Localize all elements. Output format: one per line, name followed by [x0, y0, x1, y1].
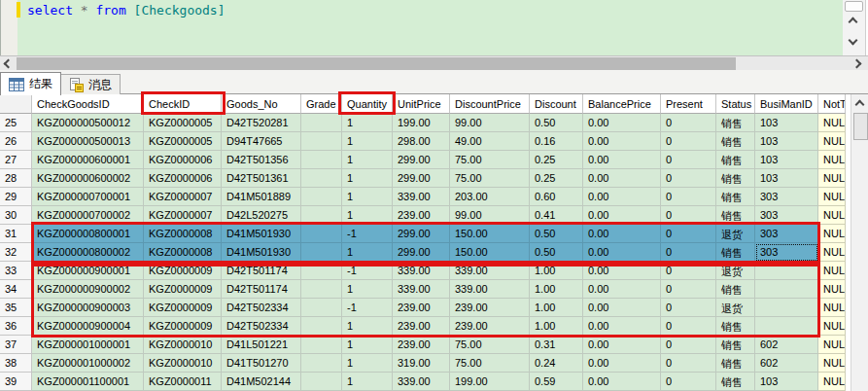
cell-checkgoodsid[interactable]: KGZ000000900003: [32, 299, 144, 317]
cell-checkid[interactable]: KGZ0000009: [144, 317, 222, 336]
cell-checkgoodsid[interactable]: KGZ000000900001: [32, 262, 144, 280]
cell-quantity[interactable]: 1: [342, 114, 393, 132]
cell-quantity[interactable]: 1: [342, 317, 393, 336]
cell-status[interactable]: 销售: [716, 206, 755, 225]
row-number[interactable]: 25: [0, 114, 32, 132]
cell-discount[interactable]: 0.50: [530, 114, 583, 132]
cell-status[interactable]: 销售: [716, 336, 755, 354]
scrollbar-thumb[interactable]: [853, 113, 868, 140]
cell-grade[interactable]: [301, 354, 342, 373]
column-header-busimanid[interactable]: BusiManID: [755, 94, 818, 114]
column-header-discountprice[interactable]: DiscountPrice: [450, 94, 530, 114]
cell-discountprice[interactable]: 199.00: [450, 373, 530, 391]
cell-present[interactable]: 0: [661, 354, 716, 373]
cell-status[interactable]: 销售: [716, 151, 755, 169]
cell-checkgoodsid[interactable]: KGZ000000900004: [32, 317, 144, 336]
row-number[interactable]: 37: [0, 336, 32, 354]
cell-balanceprice[interactable]: 0.00: [583, 336, 661, 354]
cell-status[interactable]: 退货: [716, 299, 755, 317]
cell-grade[interactable]: [301, 114, 342, 132]
cell-status[interactable]: 销售: [716, 114, 755, 132]
column-header-status[interactable]: Status: [716, 94, 755, 114]
cell-nott[interactable]: NULL: [818, 132, 846, 151]
row-number[interactable]: 36: [0, 317, 32, 336]
cell-quantity[interactable]: 1: [342, 151, 393, 169]
cell-nott[interactable]: NULL: [818, 206, 846, 225]
scroll-right-icon[interactable]: [852, 59, 862, 69]
cell-goods_no[interactable]: D42T501356: [222, 151, 301, 169]
scroll-left-icon[interactable]: [4, 59, 14, 69]
cell-present[interactable]: 0: [661, 262, 716, 280]
cell-busimanid[interactable]: 103: [755, 151, 818, 169]
column-header-goods_no[interactable]: Goods_No: [222, 94, 301, 114]
cell-busimanid[interactable]: 303: [755, 206, 818, 225]
cell-goods_no[interactable]: D42L520275: [222, 206, 301, 225]
cell-quantity[interactable]: 1: [342, 354, 393, 373]
cell-discountprice[interactable]: 75.00: [450, 151, 530, 169]
cell-checkid[interactable]: KGZ0000011: [144, 373, 222, 391]
editor-vertical-scrollbar[interactable]: [843, 0, 866, 55]
cell-nott[interactable]: NULL: [818, 317, 846, 336]
cell-unitprice[interactable]: 199.00: [393, 114, 450, 132]
cell-busimanid[interactable]: [755, 262, 818, 280]
cell-unitprice[interactable]: 339.00: [393, 373, 450, 391]
cell-discountprice[interactable]: 239.00: [450, 299, 530, 317]
cell-unitprice[interactable]: 299.00: [393, 225, 450, 243]
cell-unitprice[interactable]: 299.00: [393, 169, 450, 188]
grid-vertical-scrollbar[interactable]: [851, 94, 868, 391]
cell-goods_no[interactable]: D42T501174: [222, 262, 301, 280]
column-header-present[interactable]: Present: [661, 94, 716, 114]
cell-goods_no[interactable]: D42T520281: [222, 114, 301, 132]
cell-unitprice[interactable]: 239.00: [393, 299, 450, 317]
cell-status[interactable]: 退货: [716, 262, 755, 280]
cell-busimanid[interactable]: 602: [755, 336, 818, 354]
cell-goods_no[interactable]: D42T502334: [222, 317, 301, 336]
cell-quantity[interactable]: -1: [342, 262, 393, 280]
cell-goods_no[interactable]: D41M502144: [222, 373, 301, 391]
cell-discount[interactable]: 0.25: [530, 169, 583, 188]
cell-discount[interactable]: 0.25: [530, 151, 583, 169]
cell-discountprice[interactable]: 99.00: [450, 206, 530, 225]
scroll-up-icon[interactable]: [849, 18, 858, 27]
cell-status[interactable]: 销售: [716, 280, 755, 299]
cell-balanceprice[interactable]: 0.00: [583, 188, 661, 206]
cell-balanceprice[interactable]: 0.00: [583, 206, 661, 225]
cell-present[interactable]: 0: [661, 169, 716, 188]
cell-discountprice[interactable]: 49.00: [450, 132, 530, 151]
cell-discount[interactable]: 1.00: [530, 299, 583, 317]
cell-present[interactable]: 0: [661, 132, 716, 151]
tab-messages[interactable]: 消息: [60, 74, 121, 95]
row-number[interactable]: 26: [0, 132, 32, 151]
row-number[interactable]: 39: [0, 373, 32, 391]
scroll-up-icon[interactable]: [855, 100, 865, 110]
cell-checkid[interactable]: KGZ0000010: [144, 336, 222, 354]
cell-balanceprice[interactable]: 0.00: [583, 225, 661, 243]
cell-discountprice[interactable]: 150.00: [450, 225, 530, 243]
row-number[interactable]: 34: [0, 280, 32, 299]
cell-status[interactable]: 销售: [716, 373, 755, 391]
cell-status[interactable]: 销售: [716, 243, 755, 262]
cell-discountprice[interactable]: 339.00: [450, 280, 530, 299]
scroll-down-icon[interactable]: [849, 36, 858, 46]
cell-goods_no[interactable]: D41M501930: [222, 243, 301, 262]
cell-nott[interactable]: NULL: [818, 169, 846, 188]
cell-checkid[interactable]: KGZ0000009: [144, 299, 222, 317]
cell-checkid[interactable]: KGZ0000009: [144, 280, 222, 299]
cell-present[interactable]: 0: [661, 206, 716, 225]
cell-grade[interactable]: [301, 188, 342, 206]
cell-goods_no[interactable]: D41L501221: [222, 336, 301, 354]
cell-discount[interactable]: 0.50: [530, 225, 583, 243]
cell-present[interactable]: 0: [661, 243, 716, 262]
cell-busimanid[interactable]: [755, 299, 818, 317]
cell-discount[interactable]: 1.00: [530, 317, 583, 336]
row-number[interactable]: 32: [0, 243, 32, 262]
cell-quantity[interactable]: -1: [342, 225, 393, 243]
cell-discountprice[interactable]: 203.00: [450, 188, 530, 206]
cell-nott[interactable]: NULL: [818, 373, 846, 391]
column-header-discount[interactable]: Discount: [530, 94, 583, 114]
cell-nott[interactable]: NULL: [818, 114, 846, 132]
cell-balanceprice[interactable]: 0.00: [583, 373, 661, 391]
cell-nott[interactable]: NULL: [818, 336, 846, 354]
cell-grade[interactable]: [301, 373, 342, 391]
cell-nott[interactable]: NULL: [818, 188, 846, 206]
